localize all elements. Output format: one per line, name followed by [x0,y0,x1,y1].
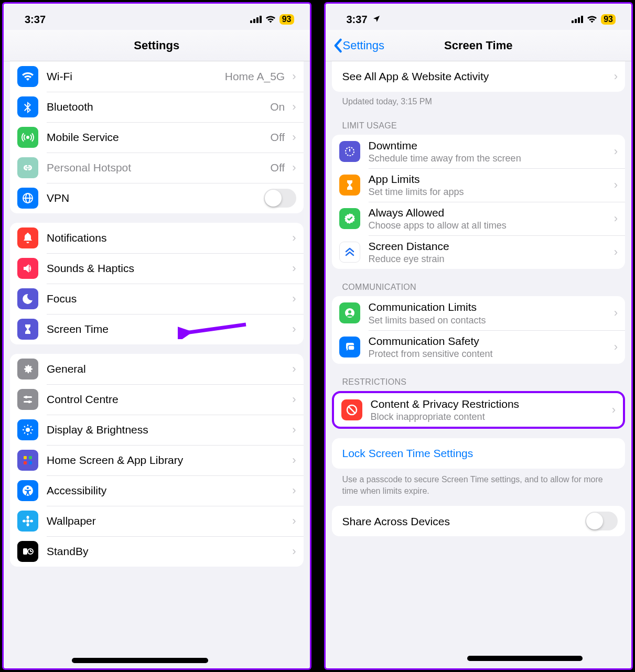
apps-grid-icon [17,450,38,471]
hotspot-icon [17,157,38,178]
screen-time-list[interactable]: See All App & Website Activity › Updated… [326,61,632,668]
cell-bluetooth[interactable]: Bluetooth On › [10,92,304,122]
svg-rect-24 [29,461,32,464]
cell-communication-safety[interactable]: Communication Safety Protect from sensit… [332,330,626,364]
svg-point-30 [23,520,26,523]
cell-downtime[interactable]: Downtime Schedule time away from the scr… [332,135,626,168]
svg-rect-22 [29,456,32,459]
chevron-icon: › [292,545,296,558]
no-entry-icon [341,399,362,420]
cell-standby[interactable]: StandBy › [10,536,304,567]
chevron-icon: › [292,423,296,437]
svg-point-31 [30,520,33,523]
status-time: 3:37 [347,14,381,26]
svg-point-26 [27,487,29,489]
wifi-icon [586,14,598,26]
cell-app-limits[interactable]: App Limits Set time limits for apps › [332,168,626,202]
vpn-icon [17,188,38,209]
brightness-icon [17,419,38,440]
chevron-icon: › [292,322,296,336]
moon-icon [17,288,38,309]
status-time: 3:37 [25,14,46,26]
cell-communication-limits[interactable]: Communication Limits Set limits based on… [332,296,626,330]
group-lock-settings: Lock Screen Time Settings [332,438,626,469]
cell-wallpaper[interactable]: Wallpaper › [10,506,304,536]
checkmark-seal-icon [339,208,360,229]
antenna-icon [17,127,38,148]
lock-description: Use a passcode to secure Screen Time set… [342,474,615,496]
cell-accessibility[interactable]: Accessibility › [10,475,304,506]
svg-rect-39 [581,16,583,23]
cell-always-allowed[interactable]: Always Allowed Choose apps to allow at a… [332,202,626,235]
wifi-icon [265,14,276,26]
cell-lock-screen-time[interactable]: Lock Screen Time Settings [332,438,626,469]
person-circle-icon [339,302,360,323]
svg-point-12 [26,428,30,432]
svg-line-20 [30,426,31,427]
chevron-icon: › [292,161,296,175]
chevron-icon: › [292,362,296,376]
cell-wifi[interactable]: Wi-Fi Home A_5G › [10,61,304,92]
svg-rect-43 [348,345,354,350]
cell-screen-time[interactable]: Screen Time › [10,314,304,344]
cell-screen-distance[interactable]: Screen Distance Reduce eye strain › [332,235,626,269]
status-bar: 3:37 93 [326,4,632,30]
cell-vpn[interactable]: VPN [10,183,304,213]
status-bar: 3:37 93 [4,4,310,30]
back-button[interactable]: Settings [333,38,385,53]
chevron-icon: › [292,262,296,275]
cell-personal-hotspot[interactable]: Personal Hotspot Off › [10,153,304,183]
page-title: Screen Time [444,39,512,52]
chevron-icon: › [292,292,296,306]
cell-notifications[interactable]: Notifications › [10,223,304,253]
cell-focus[interactable]: Focus › [10,284,304,314]
svg-rect-38 [578,17,580,23]
redaction-bar [72,658,208,663]
svg-rect-36 [572,20,574,23]
svg-line-17 [24,426,25,427]
group-system: General › Control Centre › Display & Bri… [10,354,304,567]
downtime-icon [339,141,360,162]
speaker-icon [17,258,38,279]
hourglass-icon [17,319,38,340]
cell-mobile-service[interactable]: Mobile Service Off › [10,122,304,153]
battery-badge: 93 [601,14,616,25]
chevron-icon: › [292,484,296,497]
chevron-icon: › [614,212,618,225]
svg-line-45 [349,407,355,413]
activity-updated: Updated today, 3:15 PM [342,96,615,107]
svg-point-42 [348,310,351,313]
phone-screen-time: 3:37 93 Settings Screen Time See All App… [324,2,633,670]
chevron-icon: › [292,231,296,245]
cell-content-privacy[interactable]: Content & Privacy Restrictions Block ina… [334,393,623,427]
cell-share-across-devices[interactable]: Share Across Devices [332,506,626,536]
bell-icon [17,227,38,248]
battery-badge: 93 [279,14,294,25]
vpn-toggle[interactable] [264,189,296,208]
flower-icon [17,511,38,532]
chevron-icon: › [292,131,296,144]
cellular-icon [250,14,262,26]
share-toggle[interactable] [585,512,618,530]
accessibility-icon [17,480,38,501]
svg-rect-1 [253,19,255,23]
bluetooth-icon [17,96,38,117]
chevron-icon: › [614,145,618,158]
hourglass-icon [339,175,360,196]
redaction-bar [467,656,583,661]
location-icon [372,14,381,26]
cell-home-screen[interactable]: Home Screen & App Library › [10,445,304,475]
chevron-icon: › [614,340,618,354]
distance-icon [339,242,360,263]
nav-bar: Settings Screen Time [326,30,632,61]
svg-point-11 [28,400,30,403]
cell-control-centre[interactable]: Control Centre › [10,384,304,415]
cell-sounds-haptics[interactable]: Sounds & Haptics › [10,253,304,284]
nav-bar: Settings [4,30,310,61]
settings-list[interactable]: Wi-Fi Home A_5G › Bluetooth On › Mobile … [4,61,310,668]
chevron-icon: › [292,100,296,114]
cell-all-activity[interactable]: See All App & Website Activity › [332,61,626,92]
chevron-icon: › [292,70,296,83]
cell-general[interactable]: General › [10,354,304,384]
cell-display-brightness[interactable]: Display & Brightness › [10,415,304,445]
